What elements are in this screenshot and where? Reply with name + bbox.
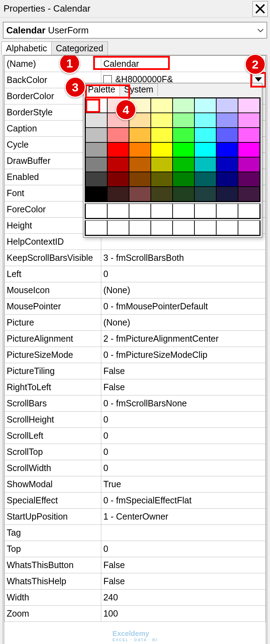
palette-color[interactable] bbox=[238, 157, 260, 172]
palette-color[interactable] bbox=[107, 157, 129, 172]
custom-color-slot[interactable] bbox=[194, 220, 216, 235]
palette-color[interactable] bbox=[129, 187, 151, 201]
tab-categorized[interactable]: Categorized bbox=[51, 41, 108, 55]
property-value[interactable]: (None) bbox=[101, 282, 265, 298]
custom-color-slot[interactable] bbox=[129, 204, 151, 218]
palette-color[interactable] bbox=[216, 113, 238, 128]
property-value[interactable]: 0 - fmScrollBarsNone bbox=[101, 395, 265, 412]
palette-color[interactable] bbox=[107, 142, 129, 157]
palette-color[interactable] bbox=[194, 172, 216, 187]
property-value[interactable]: 3 - fmScrollBarsBoth bbox=[101, 250, 265, 266]
property-value[interactable]: False bbox=[101, 573, 265, 590]
palette-color[interactable] bbox=[151, 142, 173, 157]
palette-color[interactable] bbox=[216, 142, 238, 157]
palette-color[interactable] bbox=[85, 98, 107, 113]
property-value[interactable]: (None) bbox=[101, 315, 265, 331]
property-value[interactable]: 0 bbox=[101, 266, 265, 282]
palette-color[interactable] bbox=[194, 142, 216, 157]
palette-color[interactable] bbox=[129, 157, 151, 172]
palette-color[interactable] bbox=[194, 98, 216, 113]
custom-color-slot[interactable] bbox=[151, 204, 173, 218]
custom-color-slot[interactable] bbox=[173, 204, 194, 218]
palette-color[interactable] bbox=[216, 172, 238, 187]
custom-color-slot[interactable] bbox=[85, 204, 107, 218]
property-value[interactable]: 1 - CenterOwner bbox=[101, 509, 265, 525]
property-row: Zoom100 bbox=[5, 606, 266, 622]
palette-color[interactable] bbox=[85, 142, 107, 157]
custom-color-slot[interactable] bbox=[194, 204, 216, 218]
property-value[interactable] bbox=[101, 525, 265, 541]
palette-color[interactable] bbox=[173, 98, 194, 113]
palette-color[interactable] bbox=[151, 113, 173, 128]
property-value[interactable]: 0 bbox=[101, 460, 265, 476]
property-value[interactable]: False bbox=[101, 363, 265, 379]
palette-color[interactable] bbox=[151, 157, 173, 172]
palette-color[interactable] bbox=[107, 128, 129, 142]
palette-color[interactable] bbox=[151, 172, 173, 187]
property-value[interactable]: True bbox=[101, 476, 265, 492]
palette-tab[interactable]: Palette bbox=[83, 83, 120, 96]
palette-color[interactable] bbox=[194, 113, 216, 128]
palette-color[interactable] bbox=[85, 128, 107, 142]
property-value[interactable]: 0 - fmPictureSizeModeClip bbox=[101, 347, 265, 363]
palette-color[interactable] bbox=[216, 128, 238, 142]
palette-color[interactable] bbox=[173, 113, 194, 128]
palette-color[interactable] bbox=[238, 128, 260, 142]
custom-color-slot[interactable] bbox=[129, 220, 151, 235]
property-value[interactable]: 240 bbox=[101, 590, 265, 606]
palette-color[interactable] bbox=[85, 113, 107, 128]
palette-color[interactable] bbox=[85, 172, 107, 187]
custom-color-slot[interactable] bbox=[173, 220, 194, 235]
palette-color[interactable] bbox=[151, 187, 173, 201]
palette-color[interactable] bbox=[173, 157, 194, 172]
property-value[interactable]: 100 bbox=[101, 606, 265, 622]
palette-color[interactable] bbox=[173, 187, 194, 201]
palette-color[interactable] bbox=[85, 187, 107, 201]
property-value[interactable]: 0 bbox=[101, 444, 265, 460]
palette-color[interactable] bbox=[107, 187, 129, 201]
close-button[interactable] bbox=[252, 1, 268, 17]
custom-color-slot[interactable] bbox=[85, 220, 107, 235]
property-value[interactable]: False bbox=[101, 379, 265, 395]
palette-color[interactable] bbox=[238, 187, 260, 201]
palette-color[interactable] bbox=[151, 98, 173, 113]
property-value[interactable]: 0 bbox=[101, 541, 265, 557]
palette-color[interactable] bbox=[238, 113, 260, 128]
palette-color[interactable] bbox=[238, 98, 260, 113]
property-value[interactable]: False bbox=[101, 557, 265, 573]
custom-color-slot[interactable] bbox=[107, 220, 129, 235]
palette-color[interactable] bbox=[129, 172, 151, 187]
property-value[interactable]: 0 - fmSpecialEffectFlat bbox=[101, 492, 265, 509]
palette-color[interactable] bbox=[107, 172, 129, 187]
palette-color[interactable] bbox=[238, 142, 260, 157]
property-value[interactable]: 0 - fmMousePointerDefault bbox=[101, 298, 265, 315]
palette-color[interactable] bbox=[85, 157, 107, 172]
custom-color-slot[interactable] bbox=[107, 204, 129, 218]
property-value[interactable]: Calendar bbox=[101, 56, 265, 72]
property-value[interactable]: 0 bbox=[101, 412, 265, 428]
object-selector[interactable]: Calendar UserForm bbox=[3, 22, 267, 39]
palette-color[interactable] bbox=[216, 157, 238, 172]
palette-color[interactable] bbox=[194, 187, 216, 201]
palette-color[interactable] bbox=[173, 142, 194, 157]
property-value[interactable]: 0 bbox=[101, 428, 265, 444]
palette-color[interactable] bbox=[194, 128, 216, 142]
custom-color-slot[interactable] bbox=[216, 220, 238, 235]
custom-color-slot[interactable] bbox=[151, 220, 173, 235]
palette-color[interactable] bbox=[238, 172, 260, 187]
palette-color[interactable] bbox=[129, 142, 151, 157]
property-value[interactable]: 2 - fmPictureAlignmentCenter bbox=[101, 331, 265, 347]
palette-color[interactable] bbox=[216, 187, 238, 201]
custom-color-slot[interactable] bbox=[238, 204, 260, 218]
palette-color[interactable] bbox=[173, 172, 194, 187]
tab-alphabetic[interactable]: Alphabetic bbox=[1, 41, 52, 55]
custom-color-slot[interactable] bbox=[238, 220, 260, 235]
property-row: WhatsThisHelpFalse bbox=[5, 573, 266, 590]
palette-color[interactable] bbox=[129, 128, 151, 142]
custom-color-slot[interactable] bbox=[216, 204, 238, 218]
system-tab[interactable]: System bbox=[120, 83, 158, 96]
palette-color[interactable] bbox=[216, 98, 238, 113]
palette-color[interactable] bbox=[151, 128, 173, 142]
palette-color[interactable] bbox=[173, 128, 194, 142]
palette-color[interactable] bbox=[194, 157, 216, 172]
